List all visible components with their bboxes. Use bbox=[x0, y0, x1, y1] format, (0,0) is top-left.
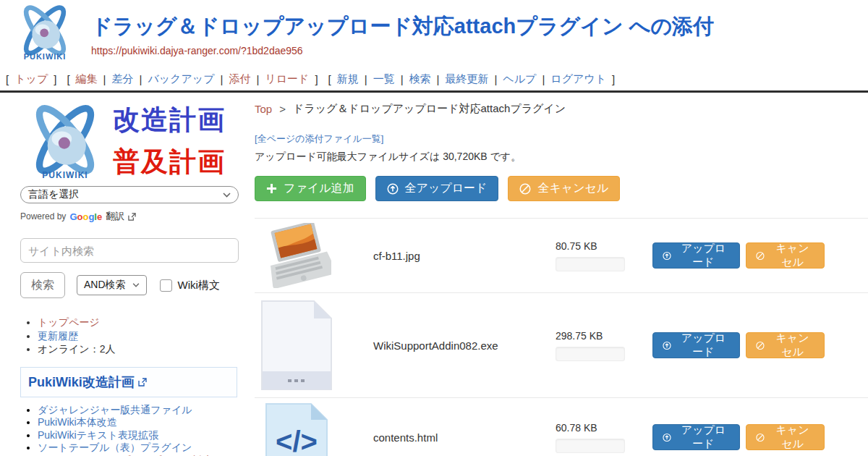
sidebar-link-common-files[interactable]: ダジャレンジャー版共通ファイル bbox=[38, 404, 192, 415]
nav-link-list[interactable]: 一覧 bbox=[373, 72, 395, 86]
sidebar-heading-label: PukiWiki改造計画 bbox=[28, 373, 135, 391]
nav-link-reload[interactable]: リロード bbox=[265, 72, 309, 86]
sidebar-link-text-extensions[interactable]: PukiWikiテキスト表現拡張 bbox=[38, 429, 158, 441]
search-mode-select[interactable]: AND検索 bbox=[77, 275, 147, 295]
nav-link-help[interactable]: ヘルプ bbox=[503, 72, 536, 86]
cancel-file-label: キャンセル bbox=[770, 332, 814, 359]
logo-caption: PUKIWIKI bbox=[24, 52, 67, 61]
upload-all-button[interactable]: 全アップロード bbox=[375, 176, 499, 201]
header-text: ドラッグ＆ドロップアップロード対応attachプラグイン への添付 https:… bbox=[91, 14, 714, 56]
sidebar-link-sort-table[interactable]: ソートテーブル（表）プラグイン bbox=[38, 442, 192, 453]
add-files-label: ファイル追加 bbox=[284, 181, 354, 196]
file-row: cf-b11.jpg 80.75 KB アップロード bbox=[255, 219, 868, 293]
page-url-link[interactable]: https://pukiwiki.dajya-ranger.com/?1bd2d… bbox=[91, 45, 714, 56]
nav-link-attach[interactable]: 添付 bbox=[229, 72, 250, 86]
nav-group-site-actions: [ 新規 | 一覧 | 検索 | 最終更新 | ヘルプ | ログアウト ] bbox=[328, 72, 616, 86]
sidebar-banner-link[interactable]: PUKIWIKI 改造計画 普及計画 bbox=[20, 102, 242, 180]
list-item: トップページ bbox=[38, 316, 242, 329]
breadcrumb-current-page: ドラッグ＆ドロップアップロード対応attachプラグイン bbox=[293, 102, 566, 116]
cancel-file-button[interactable]: キャンセル bbox=[746, 332, 825, 358]
bracket: ] bbox=[315, 73, 318, 85]
file-meta: 80.75 KB bbox=[556, 240, 642, 271]
wiki-syntax-checkbox[interactable] bbox=[160, 279, 172, 292]
bracket: [ bbox=[6, 73, 9, 85]
google-translate-attribution: Powered by Google 翻訳 bbox=[20, 210, 242, 223]
search-button[interactable]: 検索 bbox=[20, 272, 65, 298]
upload-all-label: 全アップロード bbox=[405, 181, 488, 196]
file-size: 298.75 KB bbox=[556, 330, 642, 342]
nav-link-backup[interactable]: バックアップ bbox=[148, 72, 214, 86]
language-select[interactable]: 言語を選択 bbox=[20, 186, 239, 203]
circle-arrow-up-icon bbox=[663, 432, 671, 443]
add-files-button[interactable]: ファイル追加 bbox=[255, 176, 366, 201]
cancel-file-button[interactable]: キャンセル bbox=[746, 424, 825, 450]
banner-logo: PUKIWIKI bbox=[20, 102, 110, 180]
sidebar: PUKIWIKI 改造計画 普及計画 言語を選択 Powered by Goog… bbox=[0, 93, 250, 456]
pipe: | bbox=[139, 73, 142, 85]
file-row: </> contents.html 60.78 KB アップロード bbox=[255, 398, 868, 456]
sidebar-link-core-mods[interactable]: PukiWiki本体改造 bbox=[38, 416, 117, 428]
upload-file-button[interactable]: アップロード bbox=[652, 242, 740, 269]
html-file-icon: </> bbox=[259, 402, 334, 456]
nav-link-edit[interactable]: 編集 bbox=[76, 72, 98, 86]
bracket: [ bbox=[67, 73, 69, 85]
site-logo[interactable]: PUKIWIKI bbox=[12, 3, 78, 61]
circle-arrow-up-icon bbox=[663, 340, 671, 351]
ban-circle-icon bbox=[756, 340, 765, 351]
laptop-photo-thumbnail bbox=[259, 223, 334, 288]
upload-progress-bar bbox=[556, 347, 625, 361]
bracket: ] bbox=[612, 73, 615, 85]
pipe: | bbox=[542, 73, 545, 85]
cancel-file-button[interactable]: キャンセル bbox=[746, 242, 825, 269]
file-meta: 60.78 KB bbox=[556, 422, 642, 453]
file-name: WikiSupportAddin082.exe bbox=[334, 339, 556, 352]
file-name: contents.html bbox=[334, 431, 556, 444]
search-controls-row: 検索 AND検索 Wiki構文 bbox=[20, 272, 242, 298]
nav-link-top[interactable]: トップ bbox=[14, 72, 48, 86]
upload-toolbar: ファイル追加 全アップロード 全キャンセル bbox=[255, 176, 868, 201]
breadcrumb-top-link[interactable]: Top bbox=[255, 103, 272, 115]
ban-circle-icon bbox=[519, 183, 531, 195]
upload-file-button[interactable]: アップロード bbox=[652, 424, 740, 450]
nav-group-home: [ トップ ] bbox=[6, 72, 56, 86]
ban-circle-icon bbox=[756, 432, 765, 443]
banner-line-fukyuu: 普及計画 bbox=[113, 144, 226, 180]
cancel-all-button[interactable]: 全キャンセル bbox=[508, 176, 620, 201]
sidebar-link-recent-changes[interactable]: 更新履歴 bbox=[38, 330, 78, 342]
sidebar-quick-links: トップページ 更新履歴 オンライン：2人 bbox=[20, 316, 242, 355]
sidebar-link-top-page[interactable]: トップページ bbox=[38, 316, 100, 328]
upload-file-label: アップロード bbox=[677, 332, 730, 359]
nav-link-search[interactable]: 検索 bbox=[409, 72, 431, 86]
upload-file-button[interactable]: アップロード bbox=[652, 332, 740, 358]
max-upload-size-text: アップロード可能最大ファイルサイズは 30,720KB です。 bbox=[255, 151, 868, 164]
list-item: PukiWikiテキスト表現拡張 bbox=[38, 429, 242, 442]
breadcrumb: Top > ドラッグ＆ドロップアップロード対応attachプラグイン bbox=[255, 102, 868, 116]
list-item: ダジャレンジャー版共通ファイル bbox=[38, 404, 242, 416]
bracket: ] bbox=[54, 73, 56, 85]
cancel-all-label: 全キャンセル bbox=[537, 181, 608, 196]
pipe: | bbox=[221, 73, 224, 85]
plus-icon bbox=[266, 183, 277, 194]
banner-line-kaizou: 改造計画 bbox=[113, 102, 226, 138]
upload-file-label: アップロード bbox=[677, 242, 730, 269]
cancel-file-label: キャンセル bbox=[770, 242, 814, 269]
nav-link-logout[interactable]: ログアウト bbox=[550, 72, 606, 86]
translate-link[interactable]: 翻訳 bbox=[106, 210, 124, 223]
file-size: 60.78 KB bbox=[556, 422, 642, 434]
site-search-input[interactable] bbox=[20, 238, 239, 263]
nav-link-recent[interactable]: 最終更新 bbox=[445, 72, 488, 86]
external-link-icon bbox=[128, 213, 136, 221]
file-meta: 298.75 KB bbox=[556, 330, 642, 361]
upload-file-label: アップロード bbox=[677, 423, 730, 451]
nav-link-diff[interactable]: 差分 bbox=[111, 72, 133, 86]
sidebar-heading-pukiwiki-kaizou[interactable]: PukiWiki改造計画 bbox=[20, 367, 237, 397]
upload-file-list: cf-b11.jpg 80.75 KB アップロード bbox=[255, 218, 868, 456]
page-title: ドラッグ＆ドロップアップロード対応attachプラグイン への添付 bbox=[91, 14, 714, 38]
file-row: WikiSupportAddin082.exe 298.75 KB アップロード bbox=[255, 293, 868, 398]
online-users-count: オンライン：2人 bbox=[38, 343, 242, 355]
breadcrumb-separator: > bbox=[279, 103, 286, 115]
nav-link-new[interactable]: 新規 bbox=[337, 72, 359, 86]
all-attachments-link[interactable]: [全ページの添付ファイル一覧] bbox=[255, 132, 383, 145]
atom-icon bbox=[23, 102, 107, 177]
pipe: | bbox=[437, 73, 440, 85]
